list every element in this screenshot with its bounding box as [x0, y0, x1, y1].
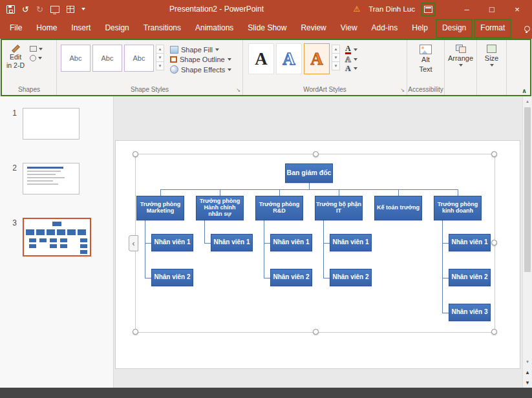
scroll-down-button[interactable]: ▾: [523, 357, 532, 367]
selection-handle-bottom-left[interactable]: [133, 329, 138, 335]
undo-button[interactable]: ↺: [22, 5, 29, 14]
wordart-option-2[interactable]: A: [276, 43, 302, 74]
gallery-more-button[interactable]: ▾: [156, 61, 164, 70]
wordart-scroll-up-button[interactable]: ▴: [332, 45, 340, 54]
connector-line: [339, 189, 339, 196]
text-effects-button[interactable]: A: [345, 65, 357, 72]
dropdown-icon: [228, 68, 231, 71]
tab-file[interactable]: File: [3, 18, 29, 39]
org-node-department[interactable]: Trưởng phòng Hành chính nhân sự: [196, 196, 244, 220]
org-node-employee[interactable]: Nhân viên 2: [330, 269, 372, 286]
gallery-scroll-down-button[interactable]: ▾: [156, 53, 164, 62]
tab-review[interactable]: Review: [293, 18, 333, 39]
text-outline-button[interactable]: A: [345, 56, 357, 63]
maximize-button[interactable]: □: [484, 5, 500, 14]
org-node-department[interactable]: Trưởng bộ phận IT: [315, 196, 363, 220]
collapse-ribbon-button[interactable]: ∧: [522, 87, 527, 94]
org-node-department[interactable]: Trưởng phòng kinh doanh: [434, 196, 482, 220]
wordart-option-3-selected[interactable]: A: [304, 43, 330, 74]
org-node-employee[interactable]: Nhân viên 2: [449, 269, 491, 286]
shape-outline-button[interactable]: Shape Outline: [170, 56, 231, 63]
dropdown-icon: [459, 64, 463, 67]
vertical-scrollbar[interactable]: ▴ ▾ ▲ ▼: [522, 96, 532, 388]
org-node-employee[interactable]: Nhân viên 2: [270, 269, 312, 286]
thumbnail-text-line: [27, 174, 56, 175]
change-shape-button[interactable]: [30, 46, 43, 52]
larger-smaller-button[interactable]: [30, 55, 43, 61]
warning-icon[interactable]: ⚠: [353, 5, 360, 14]
minimize-button[interactable]: –: [458, 5, 475, 14]
grid-icon: [67, 6, 74, 13]
org-node-department[interactable]: Kế toán trưởng: [374, 196, 422, 220]
arrange-button[interactable]: Arrange: [445, 40, 476, 95]
shape-style-option-3[interactable]: Abc: [124, 45, 154, 72]
user-name[interactable]: Tran Dinh Luc: [368, 5, 415, 13]
touch-mode-button[interactable]: [67, 6, 74, 13]
scrollbar-thumb[interactable]: [524, 107, 531, 272]
tab-drawing-tools-design[interactable]: Design: [435, 18, 473, 39]
close-button[interactable]: ×: [509, 5, 526, 14]
shape-effects-button[interactable]: Shape Effects: [170, 65, 231, 74]
selection-handle-mid-right[interactable]: [491, 240, 497, 246]
tab-transitions[interactable]: Transitions: [136, 18, 188, 39]
size-icon: [487, 45, 496, 53]
start-slideshow-button[interactable]: [50, 6, 59, 13]
tab-home[interactable]: Home: [29, 18, 64, 39]
shape-style-option-1[interactable]: Abc: [61, 45, 90, 72]
selection-handle-top-right[interactable]: [491, 151, 497, 157]
tab-animations[interactable]: Animations: [188, 18, 240, 39]
tab-design[interactable]: Design: [98, 18, 136, 39]
org-node-employee[interactable]: Nhân viên 1: [330, 234, 372, 251]
wordart-option-1[interactable]: A: [248, 43, 274, 74]
ribbon-display-options-button[interactable]: [423, 5, 433, 14]
wordart-dialog-launcher[interactable]: ↘: [400, 86, 405, 95]
org-node-employee[interactable]: Nhân viên 1: [449, 234, 491, 251]
selection-handle-top-center[interactable]: [313, 151, 319, 157]
wordart-scroll-down-button[interactable]: ▾: [332, 53, 340, 62]
shape-styles-dialog-launcher[interactable]: ↘: [236, 86, 240, 95]
accessibility-group-label: Accessibility: [407, 85, 444, 95]
tab-add-ins[interactable]: Add-ins: [365, 18, 405, 39]
org-node-employee[interactable]: Nhân viên 1: [211, 234, 253, 251]
tab-slide-show[interactable]: Slide Show: [240, 18, 293, 39]
org-node-employee[interactable]: Nhân viên 2: [151, 269, 193, 286]
shape-style-option-2[interactable]: Abc: [92, 45, 122, 72]
customize-qat-button[interactable]: [81, 8, 85, 10]
tab-help[interactable]: Help: [405, 18, 435, 39]
wordart-more-button[interactable]: ▾: [332, 61, 340, 70]
size-button[interactable]: Size: [477, 40, 506, 95]
previous-slide-button[interactable]: ▲: [523, 367, 532, 377]
selection-handle-bottom-center[interactable]: [313, 329, 319, 335]
next-slide-button[interactable]: ▼: [523, 377, 532, 388]
selection-handle-bottom-right[interactable]: [491, 329, 497, 335]
connector-line: [323, 243, 330, 244]
scroll-up-button[interactable]: ▴: [523, 96, 532, 107]
tab-tell-me[interactable]: Tell me: [517, 18, 532, 39]
ribbon-group-wordart-styles: A A A ▴ ▾ ▾ A A A WordArt Styles ↘: [242, 40, 407, 95]
slide-3-thumbnail[interactable]: [23, 218, 91, 257]
slide-1-thumbnail[interactable]: [23, 108, 80, 140]
wordart-letter-plain: A: [255, 50, 268, 68]
org-node-employee[interactable]: Nhân viên 1: [151, 234, 193, 251]
tab-drawing-tools-format[interactable]: Format: [473, 18, 512, 39]
connector-line: [323, 220, 324, 278]
org-node-employee[interactable]: Nhân viên 1: [270, 234, 312, 251]
save-button[interactable]: [6, 5, 15, 14]
org-node-root[interactable]: Ban giám đốc: [285, 163, 333, 183]
text-fill-button[interactable]: A: [345, 45, 357, 54]
edit-in-2d-button[interactable]: Edit in 2-D: [5, 43, 26, 85]
tab-view[interactable]: View: [334, 18, 365, 39]
smartart-text-pane-toggle[interactable]: ‹: [129, 235, 138, 251]
redo-button[interactable]: ↻: [36, 5, 43, 14]
org-node-employee[interactable]: Nhân viên 3: [449, 304, 491, 321]
selection-handle-top-left[interactable]: [133, 151, 138, 157]
slide-2-thumbnail[interactable]: [23, 163, 80, 194]
ribbon-group-size: Size: [476, 40, 506, 95]
org-node-department[interactable]: Trưởng phòng R&D: [255, 196, 303, 220]
shape-fill-button[interactable]: Shape Fill: [170, 46, 231, 54]
org-node-department[interactable]: Trưởng phòng Marketing: [136, 196, 184, 220]
alt-text-button[interactable]: Alt Text: [407, 40, 444, 85]
work-area: 1 2 3: [0, 96, 532, 388]
gallery-scroll-up-button[interactable]: ▴: [156, 45, 164, 54]
tab-insert[interactable]: Insert: [64, 18, 98, 39]
